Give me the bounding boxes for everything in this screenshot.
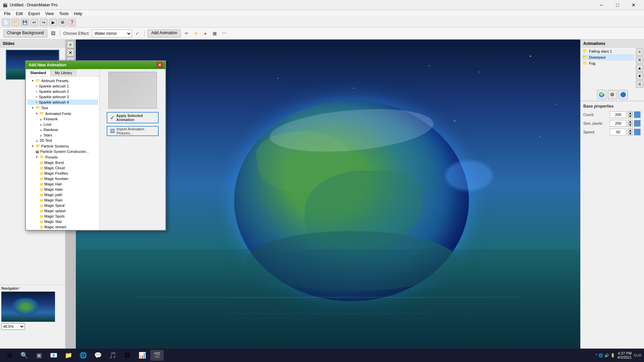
add-animation-dialog: Add New Animation ✕ Standard My Library …	[25, 60, 166, 231]
tree-label: Sparkle airbrush 2	[39, 89, 69, 94]
image-icon: 🖼	[110, 128, 115, 134]
tree-magic-cloud[interactable]: 🌟 Magic Cloud	[27, 165, 98, 171]
tree-label: Magic splash	[44, 209, 66, 213]
tree-magic-spiral[interactable]: 🌟 Magic Spiral	[27, 203, 98, 208]
check-icon: ✓	[110, 115, 114, 121]
tree-magic-path[interactable]: 🌟 Magic path	[27, 192, 98, 197]
tab-standard[interactable]: Standard	[26, 69, 51, 76]
tree-label: Airbrush Presets	[41, 79, 68, 83]
tree-stars[interactable]: ▲ Stars	[27, 132, 98, 138]
tree-label: Magic Halo	[44, 187, 63, 191]
tree-sparkle3[interactable]: ✦ Sparkle airbrush 3	[27, 94, 98, 100]
animation-preview	[108, 72, 157, 109]
file-icon: 🌟	[39, 177, 43, 181]
tree-magic-spots[interactable]: 🌟 Magic Spots	[27, 214, 98, 219]
import-btn-label: Import Animation Pictures...	[117, 127, 155, 135]
tree-2d-text[interactable]: ▲ 2D Text	[27, 138, 98, 143]
tree-magic-splash[interactable]: 🌟 Magic splash	[27, 208, 98, 214]
file-icon: 🌟	[39, 225, 43, 229]
tab-my-library[interactable]: My Library	[51, 69, 76, 76]
tree-sparkle1[interactable]: ✦ Sparkle airbrush 1	[27, 83, 98, 89]
folder-icon: 📁	[36, 144, 40, 148]
tree-sparkle4[interactable]: ✦ Sparkle airbrush 4	[27, 100, 98, 105]
tree-label: Animated Fonts	[45, 112, 71, 116]
file-icon: 🌟	[39, 172, 43, 175]
tree-label: Magic Star	[44, 220, 62, 224]
folder-icon: 📁	[36, 78, 40, 83]
tree-label: Magic Spiral	[44, 203, 65, 207]
tree-rainbow[interactable]: ▲ Rainbow	[27, 127, 98, 132]
file-icon: 🌟	[39, 193, 43, 197]
tree-label: Magic Fireflies	[44, 171, 68, 175]
file-icon: 🌟	[39, 188, 43, 191]
tree-animated-fonts[interactable]: ▼ 📁 Animated Fonts	[27, 111, 98, 116]
tree-label: Magic fountain	[44, 177, 68, 181]
tree-label: Sparkle airbrush 3	[39, 95, 69, 99]
file-icon: 🌟	[39, 204, 43, 207]
tree-label: Text	[41, 106, 48, 110]
import-animation-button[interactable]: 🖼 Import Animation Pictures...	[107, 126, 159, 136]
tree-magic-fireflies[interactable]: 🌟 Magic Fireflies	[27, 171, 98, 176]
tree-magic-star[interactable]: 🌟 Magic Star	[27, 219, 98, 224]
tree-label: 2D Text	[40, 138, 52, 142]
file-icon: 🌟	[39, 220, 43, 224]
dialog-right-panel: ✓ Apply Selected Animation 🖼 Import Anim…	[100, 69, 165, 230]
tree-label: Magic Burst	[44, 161, 64, 165]
tree-label: Magic Rain	[44, 198, 63, 202]
tree-magic-fountain[interactable]: 🌟 Magic fountain	[27, 176, 98, 181]
dialog-title-text: Add New Animation	[29, 63, 66, 67]
dialog-title-bar: Add New Animation ✕	[26, 61, 165, 69]
file-icon: ✦	[35, 84, 38, 88]
tree-label: Particle Systems	[41, 144, 69, 148]
animation-tree: ▼ 📁 Airbrush Presets ✦ Sparkle airbrush …	[26, 76, 99, 230]
tree-love[interactable]: ▲ Love	[27, 122, 98, 127]
tree-label: Firework	[44, 117, 58, 121]
tree-label: Particle System Constructor...	[40, 149, 89, 154]
tree-presets[interactable]: ▼ 📁 Presets	[27, 154, 98, 160]
tree-label: Magic path	[44, 193, 62, 197]
tree-sparkle2[interactable]: ✦ Sparkle airbrush 2	[27, 89, 98, 94]
tree-particle-constructor[interactable]: 📦 Particle System Constructor...	[27, 149, 98, 154]
tree-label: Magic Cloud	[44, 166, 65, 170]
tree-label: Magic stream	[44, 225, 66, 229]
folder-icon: 📁	[40, 111, 44, 116]
folder-icon: 📁	[36, 106, 40, 110]
tree-airbrush-presets[interactable]: ▼ 📁 Airbrush Presets	[27, 78, 98, 83]
expand-icon: ▼	[35, 156, 39, 159]
tree-label: Sparkle airbrush 1	[39, 84, 69, 88]
file-icon: 🌟	[39, 161, 43, 165]
expand-icon: ▼	[35, 112, 39, 115]
file-icon: ✦	[35, 101, 38, 104]
tree-label: Love	[44, 122, 52, 126]
dialog-left-panel: Standard My Library ▼ 📁 Airbrush Presets…	[26, 69, 100, 230]
file-icon: ✦	[35, 95, 38, 99]
file-icon: 🌟	[39, 198, 43, 202]
dialog-tabs: Standard My Library	[26, 69, 99, 76]
dialog-close-button[interactable]: ✕	[157, 62, 163, 68]
tree-magic-rain[interactable]: 🌟 Magic Rain	[27, 197, 98, 203]
file-icon: ▲	[39, 117, 43, 121]
tree-label: Magic Hair	[44, 182, 62, 186]
tree-magic-stream[interactable]: 🌟 Magic stream	[27, 224, 98, 230]
tree-label: Sparkle airbrush 4	[39, 100, 69, 104]
tree-magic-halo[interactable]: 🌟 Magic Halo	[27, 187, 98, 192]
tree-firework[interactable]: ▲ Firework	[27, 116, 98, 122]
tree-label: Presets	[45, 155, 58, 159]
file-icon: 🌟	[39, 209, 43, 213]
expand-icon: ▼	[31, 106, 35, 110]
tree-magic-hair[interactable]: 🌟 Magic Hair	[27, 181, 98, 187]
tree-text[interactable]: ▼ 📁 Text	[27, 105, 98, 111]
tree-magic-trace[interactable]: 🌟 Magic Trace	[27, 230, 98, 230]
file-icon: ▲	[39, 133, 43, 137]
file-icon: 📦	[35, 150, 39, 154]
tree-particle-systems[interactable]: ▼ 📁 Particle Systems	[27, 143, 98, 149]
apply-animation-button[interactable]: ✓ Apply Selected Animation	[107, 112, 159, 123]
file-icon: ✦	[35, 90, 38, 94]
file-icon: 🌟	[39, 215, 43, 218]
tree-label: Magic Spots	[44, 214, 65, 218]
tree-magic-burst[interactable]: 🌟 Magic Burst	[27, 160, 98, 165]
dialog-body: Standard My Library ▼ 📁 Airbrush Presets…	[26, 69, 165, 230]
tree-label: Rainbow	[44, 128, 58, 132]
file-icon: 🌟	[39, 166, 43, 170]
file-icon: ▲	[39, 128, 43, 132]
